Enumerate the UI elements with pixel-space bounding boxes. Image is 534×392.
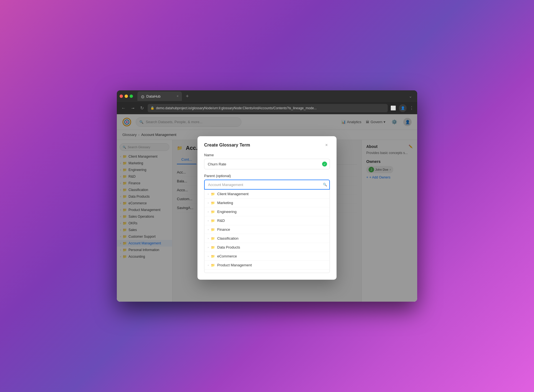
folder-icon: 📁 xyxy=(211,219,215,223)
folder-icon: 📁 xyxy=(211,254,215,258)
parent-search-icon: 🔍 xyxy=(323,183,327,187)
lock-icon: 🔒 xyxy=(150,106,154,110)
tab-title: DataHub xyxy=(146,94,160,98)
name-input-wrapper: ✓ xyxy=(204,159,330,169)
create-glossary-term-modal: Create Glossary Term × Name ✓ Parent (op… xyxy=(197,136,337,280)
tab-bar: ⚙ DataHub × + ⌄ xyxy=(117,90,417,102)
dropdown-item-label: Finance xyxy=(217,227,230,232)
chevron-right-icon: › xyxy=(208,237,209,240)
chevron-right-icon: › xyxy=(208,273,209,273)
browser-tab[interactable]: ⚙ DataHub × xyxy=(137,91,182,101)
window-controls xyxy=(120,95,133,98)
dropdown-item-product-management[interactable]: › 📁 Product Management xyxy=(204,261,330,270)
tab-close-icon[interactable]: × xyxy=(177,94,179,98)
dropdown-item-engineering[interactable]: › 📁 Engineering xyxy=(204,207,330,216)
chevron-right-icon: › xyxy=(208,219,209,222)
name-input[interactable] xyxy=(204,159,330,169)
dropdown-item-marketing[interactable]: › 📁 Marketing xyxy=(204,199,330,207)
parent-section: Parent (optional) 🔍 › 📁 Client Managemen… xyxy=(204,174,330,273)
dropdown-item-finance[interactable]: › 📁 Finance xyxy=(204,225,330,234)
folder-icon: 📁 xyxy=(211,237,215,240)
dropdown-item-label: Client Management xyxy=(217,192,249,196)
parent-dropdown-list: › 📁 Client Management › 📁 Marketing › xyxy=(204,190,330,273)
dropdown-item-classification[interactable]: › 📁 Classification xyxy=(204,234,330,243)
modal-close-button[interactable]: × xyxy=(323,142,330,148)
refresh-button[interactable]: ↻ xyxy=(139,104,145,112)
close-window-button[interactable] xyxy=(120,95,123,98)
tab-list-chevron-icon[interactable]: ⌄ xyxy=(409,94,412,98)
extensions-icon[interactable]: ⬜ xyxy=(390,105,396,111)
chevron-right-icon: › xyxy=(208,246,209,249)
chevron-right-icon: › xyxy=(208,264,209,267)
folder-icon: 📁 xyxy=(211,192,215,196)
url-text: demo.datahubproject.io/glossaryNode/urn:… xyxy=(156,106,385,110)
menu-icon[interactable]: ⋮ xyxy=(409,105,414,111)
parent-input-wrapper: 🔍 xyxy=(204,180,330,190)
chevron-right-icon: › xyxy=(208,228,209,231)
modal-overlay[interactable]: Create Glossary Term × Name ✓ Parent (op… xyxy=(117,114,417,302)
folder-icon: 📁 xyxy=(211,210,215,214)
modal-title: Create Glossary Term xyxy=(204,143,250,148)
tab-favicon-icon: ⚙ xyxy=(141,94,145,98)
folder-icon: 📁 xyxy=(211,201,215,205)
browser-window: ⚙ DataHub × + ⌄ ← → ↻ 🔒 demo.datahubproj… xyxy=(117,90,417,302)
new-tab-button[interactable]: + xyxy=(184,93,191,99)
folder-icon: 📁 xyxy=(211,228,215,232)
user-profile-button[interactable]: 👤 xyxy=(399,104,407,112)
browser-actions: ⬜ 👤 ⋮ xyxy=(390,104,414,112)
minimize-window-button[interactable] xyxy=(125,95,128,98)
maximize-window-button[interactable] xyxy=(130,95,133,98)
dropdown-item-client-management[interactable]: › 📁 Client Management xyxy=(204,190,330,199)
chevron-right-icon: › xyxy=(208,210,209,213)
modal-body: Name ✓ Parent (optional) 🔍 xyxy=(197,148,337,280)
dropdown-item-sales-operations[interactable]: › 📁 Sales Operations xyxy=(204,270,330,273)
dropdown-item-ecommerce[interactable]: › 📁 eCommerce xyxy=(204,252,330,261)
dropdown-item-label: Marketing xyxy=(217,201,233,205)
dropdown-item-label: Engineering xyxy=(217,210,236,214)
dropdown-item-label: Data Products xyxy=(217,245,240,249)
input-valid-icon: ✓ xyxy=(322,162,327,167)
address-bar: ← → ↻ 🔒 demo.datahubproject.io/glossaryN… xyxy=(117,102,417,114)
chevron-right-icon: › xyxy=(208,255,209,258)
dropdown-item-label: Product Management xyxy=(217,263,252,267)
dropdown-item-label: Sales Operations xyxy=(217,272,245,273)
folder-icon: 📁 xyxy=(211,263,215,267)
modal-header: Create Glossary Term × xyxy=(197,136,337,148)
forward-button[interactable]: → xyxy=(130,105,136,112)
chevron-right-icon: › xyxy=(208,193,209,195)
folder-icon: 📁 xyxy=(211,245,215,249)
parent-input[interactable] xyxy=(204,180,330,190)
dropdown-item-label: R&D xyxy=(217,219,225,223)
app-content: 🔍 Search Datasets, People, & more... 📊 A… xyxy=(117,114,417,302)
name-field-label: Name xyxy=(204,153,330,157)
dropdown-item-label: Classification xyxy=(217,236,239,240)
dropdown-item-rd[interactable]: › 📁 R&D xyxy=(204,216,330,225)
parent-field-label: Parent (optional) xyxy=(204,174,330,178)
dropdown-item-label: eCommerce xyxy=(217,254,237,258)
folder-icon: 📁 xyxy=(211,272,215,273)
chevron-right-icon: › xyxy=(208,202,209,204)
dropdown-item-data-products[interactable]: › 📁 Data Products xyxy=(204,243,330,252)
back-button[interactable]: ← xyxy=(120,105,127,112)
url-bar[interactable]: 🔒 demo.datahubproject.io/glossaryNode/ur… xyxy=(148,104,388,112)
